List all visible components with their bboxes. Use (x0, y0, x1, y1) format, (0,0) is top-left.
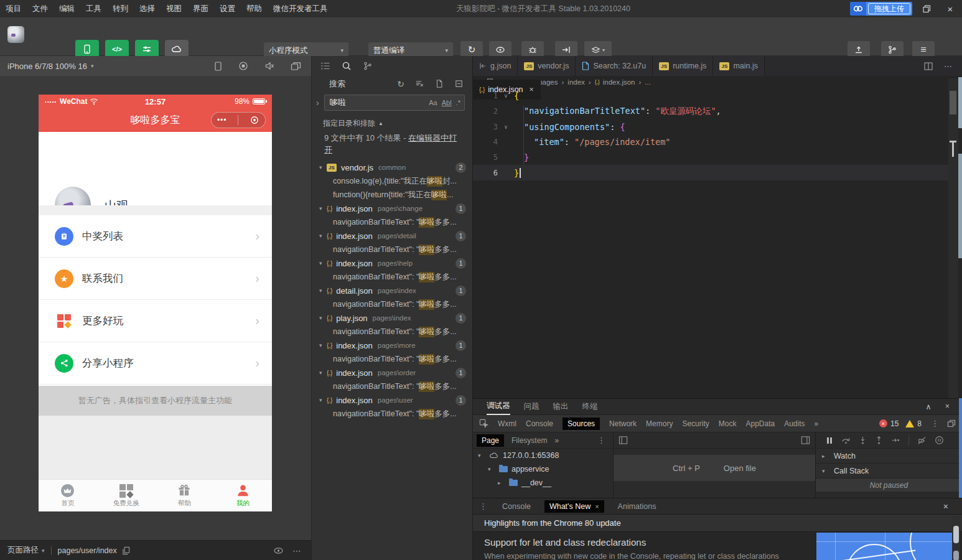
menu-view[interactable]: 视图 (161, 0, 187, 17)
tab-free-exchange[interactable]: 免费兑换 (97, 480, 156, 511)
tab-home[interactable]: 首页 (39, 480, 97, 511)
devtools-tab-sources-active[interactable]: Sources (563, 418, 600, 430)
capsule-more-button[interactable]: ••• (217, 116, 227, 124)
crumb-pages[interactable]: pages (538, 78, 558, 86)
tree-host-row[interactable]: ▾ 127.0.0.1:65368 (473, 449, 613, 462)
result-match-row[interactable]: console.log(e),{title:"我正在哆啦封... (312, 174, 472, 188)
menu-project[interactable]: 项目 (0, 0, 27, 17)
menu-item-more-fun[interactable]: 更多好玩 › (39, 300, 272, 342)
tab-problems[interactable]: 问题 (524, 399, 539, 415)
pane-kebab-menu[interactable]: ⋮ (597, 436, 605, 445)
menu-goto[interactable]: 转到 (107, 0, 134, 17)
refresh-results-icon[interactable]: ↻ (397, 79, 404, 89)
rotate-device-icon[interactable] (214, 61, 222, 72)
article-title[interactable]: Support for let and class redeclarations (484, 537, 646, 548)
project-avatar[interactable] (7, 26, 24, 43)
drawer-tab-console[interactable]: Console (502, 502, 531, 511)
tab-mine[interactable]: 我的 (213, 480, 272, 511)
sources-tab-filesystem[interactable]: Filesystem (511, 436, 547, 445)
editor-more-actions[interactable]: ⋯ (944, 62, 952, 71)
result-match-row[interactable]: function(){return{title:"我正在哆啦... (312, 188, 472, 202)
chrome-update-image[interactable] (816, 533, 953, 560)
expand-replace-icon[interactable]: › (316, 98, 319, 108)
sources-tab-page-active[interactable]: Page (477, 434, 504, 447)
more-actions-button[interactable]: ⋯ (292, 546, 301, 556)
menu-edit[interactable]: 编辑 (54, 0, 80, 17)
tab-runtime-js[interactable]: JS runtime.js (653, 56, 713, 76)
drawer-scrollbar[interactable] (952, 516, 960, 560)
devtools-tab-memory[interactable]: Memory (646, 419, 673, 428)
collapse-panel-icon[interactable]: ∧ (926, 402, 932, 411)
result-file-row[interactable]: ▾ {..} index.json pages\user 1 (312, 393, 472, 407)
result-match-row[interactable]: navigationBarTitleText": "哆啦多多... (312, 215, 472, 229)
explorer-icon[interactable] (320, 61, 330, 71)
mute-icon[interactable] (264, 61, 274, 71)
twisty-down-icon[interactable]: ▾ (319, 164, 327, 170)
menu-item-contact-us[interactable]: ★ 联系我们 › (39, 258, 272, 300)
devtools-tab-appdata[interactable]: AppData (745, 419, 775, 428)
device-select[interactable]: iPhone 6/7/8 100% 16 (7, 62, 87, 71)
dir-filter-toggle[interactable]: 指定目录和排除 (323, 118, 375, 129)
menu-settings[interactable]: 设置 (214, 0, 241, 17)
pause-on-exceptions-icon[interactable] (935, 436, 944, 445)
result-match-row[interactable]: navigationBarTitleText": "哆啦多多... (312, 380, 472, 393)
menu-interface[interactable]: 界面 (187, 0, 214, 17)
watch-section-header[interactable]: ▸ Watch (816, 449, 962, 464)
drawer-tab-whats-new-active[interactable]: What's New × (544, 500, 604, 513)
collapse-all-icon[interactable] (454, 79, 464, 89)
new-search-editor-icon[interactable] (435, 79, 444, 89)
devtools-tab-console[interactable]: Console (526, 419, 553, 428)
git-branch-icon[interactable] (363, 61, 373, 71)
devtools-tab-mock[interactable]: Mock (719, 419, 737, 428)
result-match-row[interactable]: navigationBarTitleText": "哆啦多多... (312, 270, 472, 284)
tab-debugger[interactable]: 调试器 (487, 399, 510, 415)
capsule-close-button[interactable] (250, 115, 259, 125)
devtools-tab-wxml[interactable]: Wxml (498, 419, 516, 428)
result-match-row[interactable]: navigationBarTitleText": "哆啦多多... (312, 325, 472, 338)
result-file-row[interactable]: ▾ {..} index.json pages\help 1 (312, 256, 472, 270)
more-tabs-icon[interactable]: » (815, 419, 819, 428)
result-match-row[interactable]: navigationBarTitleText": "哆啦多多... (312, 297, 472, 311)
close-panel-icon[interactable]: × (945, 402, 950, 411)
close-tab-icon[interactable]: × (595, 503, 599, 510)
tab-terminal[interactable]: 终端 (582, 399, 598, 415)
tab-main-js[interactable]: JS main.js (713, 56, 765, 76)
crumb-symbol[interactable]: ... (645, 78, 651, 86)
menu-item-prize-list[interactable]: 中奖列表 › (39, 215, 272, 258)
result-match-row[interactable]: navigationBarTitleText": "哆啦多多... (312, 243, 472, 256)
code-area[interactable]: 1∨{ 2"navigationBarTitleText": "欧皇源码论坛",… (473, 88, 948, 180)
menu-select[interactable]: 选择 (134, 0, 161, 17)
search-icon[interactable] (342, 61, 352, 71)
result-file-row[interactable]: ▾ {..} index.json pages\more 1 (312, 338, 472, 352)
step-over-icon[interactable] (841, 436, 851, 444)
page-path-label[interactable]: 页面路径 (7, 545, 39, 556)
fold-icon[interactable]: ∨ (498, 93, 514, 99)
step-out-icon[interactable] (875, 436, 883, 445)
copy-path-icon[interactable] (122, 546, 130, 555)
drag-upload-button[interactable]: 拖拽上传 (850, 2, 912, 16)
fold-icon[interactable]: ∨ (498, 124, 514, 130)
scrollbar-thumb[interactable] (950, 91, 956, 114)
record-icon[interactable] (238, 61, 248, 71)
collapse-right-pane-icon[interactable] (801, 436, 810, 445)
drawer-tab-animations[interactable]: Animations (618, 502, 656, 511)
call-stack-section-header[interactable]: ▾ Call Stack (816, 464, 962, 478)
warning-badge-icon[interactable] (905, 420, 914, 427)
result-file-row[interactable]: ▾ {..} index.json pages\detail 1 (312, 229, 472, 243)
match-case-toggle[interactable]: Aa (429, 99, 437, 106)
menu-tools[interactable]: 工具 (80, 0, 107, 17)
open-file-label[interactable]: Open file (724, 464, 756, 473)
pause-icon[interactable] (826, 437, 833, 444)
devtools-tab-security[interactable]: Security (682, 419, 709, 428)
devtools-kebab-menu[interactable]: ⋮ (931, 419, 939, 428)
overview-ruler[interactable] (948, 78, 958, 398)
result-file-row[interactable]: ▾ {..} play.json pages\index 1 (312, 311, 472, 325)
search-input[interactable]: 哆啦 Aa Abl .* (324, 95, 465, 111)
step-into-icon[interactable] (859, 436, 867, 445)
close-drawer-icon[interactable]: × (943, 502, 948, 511)
whole-word-toggle[interactable]: Abl (442, 99, 452, 106)
crumb-file[interactable]: index.json (603, 78, 635, 86)
undock-icon[interactable] (947, 419, 956, 427)
inspect-icon[interactable] (479, 419, 488, 428)
result-file-row[interactable]: ▾ JS vendor.js common 2 (312, 161, 472, 174)
